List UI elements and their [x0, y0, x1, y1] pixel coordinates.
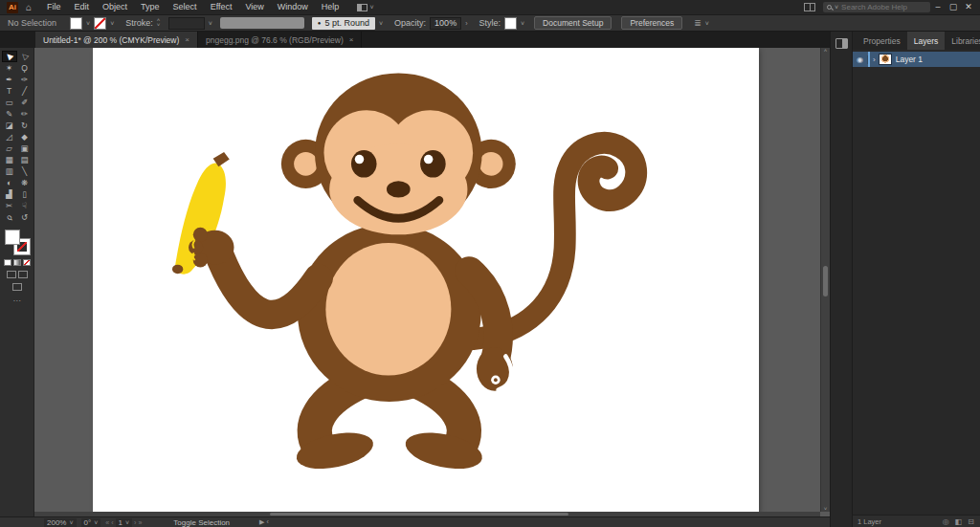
new-sublayer-icon[interactable]: ⊟ [968, 517, 974, 526]
selection-tool[interactable]: ▶ [2, 51, 17, 62]
document-setup-button[interactable]: Document Setup [534, 16, 612, 30]
monkey-artwork[interactable] [153, 62, 648, 489]
stroke-swatch[interactable] [94, 17, 106, 30]
menu-type[interactable]: Type [134, 0, 167, 14]
opacity-label[interactable]: Opacity: [394, 18, 426, 28]
menu-file[interactable]: File [40, 0, 68, 14]
shape-builder-tool[interactable]: ▣ [17, 143, 33, 154]
line-segment-tool[interactable]: ╱ [17, 85, 33, 97]
preferences-button[interactable]: Preferences [621, 16, 682, 30]
menu-object[interactable]: Object [96, 0, 134, 14]
fill-stroke-widget[interactable] [5, 230, 30, 254]
chevron-down-icon[interactable]: ˅ [86, 20, 90, 27]
edit-toolbar-icon[interactable]: ⋯ [13, 296, 21, 305]
menu-effect[interactable]: Effect [204, 0, 239, 14]
chevron-down-icon[interactable]: ˅ [110, 20, 114, 27]
hand-tool[interactable]: ☟ [17, 200, 33, 211]
scroll-down-icon[interactable]: ˅ [824, 506, 828, 512]
menu-help[interactable]: Help [315, 0, 346, 14]
width-tool[interactable]: ◆ [17, 131, 33, 143]
restore-button[interactable]: ▢ [946, 0, 961, 14]
direct-selection-tool[interactable]: ▷ [17, 51, 33, 62]
prev-artboard-icon[interactable]: ‹ [111, 519, 113, 526]
chevron-down-icon[interactable]: ˅ [209, 20, 212, 27]
gradient-mode-icon[interactable] [13, 259, 21, 266]
type-tool[interactable]: T [2, 85, 17, 97]
lasso-tool[interactable]: Ϙ [17, 62, 33, 74]
screen-mode-icon[interactable] [12, 283, 22, 291]
menu-window[interactable]: Window [271, 0, 315, 14]
chevron-down-icon[interactable]: ˅ [379, 20, 383, 27]
artboard-number-dropdown[interactable]: 1 ˅ [116, 518, 133, 527]
rectangle-tool[interactable]: ▭ [2, 97, 17, 108]
vertical-scroll-thumb[interactable] [823, 266, 828, 296]
artboard[interactable] [93, 48, 759, 512]
blend-tool[interactable]: ◐ [2, 177, 17, 188]
scroll-up-icon[interactable]: ˄ [824, 48, 828, 54]
style-swatch[interactable] [504, 17, 517, 30]
opacity-field[interactable]: 100% [430, 17, 461, 30]
first-artboard-icon[interactable]: « [105, 519, 109, 526]
symbol-sprayer-tool[interactable]: ❋ [17, 177, 33, 188]
paintbrush-tool[interactable]: ✐ [17, 97, 33, 108]
style-label[interactable]: Style: [479, 18, 501, 28]
shaper-tool[interactable]: ✏ [17, 108, 33, 120]
tab-libraries[interactable]: Libraries [945, 32, 980, 50]
eraser-tool[interactable]: ◪ [2, 120, 17, 131]
free-transform-tool[interactable]: ▱ [2, 143, 17, 154]
layer-name[interactable]: Layer 1 [892, 55, 980, 64]
workspace-switcher[interactable]: ˅ [357, 4, 373, 11]
minimize-button[interactable]: – [930, 0, 946, 14]
slice-tool[interactable]: ✂ [2, 200, 17, 211]
status-side-icons[interactable]: ▶ ‹ [259, 518, 269, 526]
eyedropper-tool[interactable]: ╲ [17, 165, 33, 177]
pencil-tool[interactable]: ✎ [2, 108, 17, 120]
none-mode-icon[interactable] [23, 259, 31, 266]
stroke-label[interactable]: Stroke: [125, 18, 153, 28]
visibility-eye-icon[interactable]: ◉ [853, 55, 868, 64]
brush-dropdown[interactable]: ● 5 pt. Round [312, 17, 375, 30]
menu-edit[interactable]: Edit [68, 0, 97, 14]
menu-view[interactable]: View [238, 0, 270, 14]
home-icon[interactable]: ⌂ [26, 2, 32, 12]
chevron-down-icon[interactable]: ˅ [521, 20, 524, 27]
draw-behind-icon[interactable] [18, 271, 28, 278]
expand-panels-icon[interactable] [835, 38, 848, 49]
scale-tool[interactable]: ◿ [2, 131, 17, 143]
search-input[interactable] [841, 3, 926, 11]
last-artboard-icon[interactable]: » [138, 519, 142, 526]
canvas-area[interactable]: ˄ ˅ [34, 48, 830, 516]
draw-normal-icon[interactable] [7, 271, 16, 278]
mesh-tool[interactable]: ▤ [17, 154, 33, 165]
next-artboard-icon[interactable]: › [134, 519, 136, 526]
magic-wand-tool[interactable]: ✶ [2, 62, 17, 74]
perspective-grid-tool[interactable]: ▦ [2, 154, 17, 165]
column-graph-tool[interactable]: ▟ [2, 188, 17, 200]
expand-layer-icon[interactable]: › [870, 55, 879, 64]
pen-tool[interactable]: ✒ [2, 74, 17, 85]
color-mode-icon[interactable] [4, 259, 11, 266]
locate-object-icon[interactable]: ◎ [943, 517, 949, 526]
control-panel-options-icon[interactable]: ≣ [694, 18, 702, 28]
tab-properties[interactable]: Properties [857, 32, 907, 50]
rotate-tool[interactable]: ↻ [17, 120, 33, 131]
width-profile-dropdown[interactable] [220, 17, 304, 29]
zoom-level-dropdown[interactable]: 200% ˅ [44, 518, 77, 527]
close-button[interactable]: ✕ [961, 0, 976, 14]
layer-row[interactable]: ◉ › Layer 1 ○ [853, 52, 980, 67]
tab-untitled-1[interactable]: Untitled-1* @ 200 % (CMYK/Preview) × [35, 32, 198, 48]
horizontal-scroll-thumb[interactable] [270, 513, 568, 516]
help-search[interactable]: ˅ [823, 2, 930, 12]
close-tab-icon[interactable]: × [185, 35, 189, 44]
zoom-tool[interactable]: ϙ [2, 211, 17, 223]
tab-layers[interactable]: Layers [907, 32, 946, 50]
make-mask-icon[interactable]: ◧ [955, 517, 963, 526]
rotation-dropdown[interactable]: 0° ˅ [81, 518, 101, 527]
vertical-scrollbar[interactable]: ˄ ˅ [820, 48, 830, 512]
fill-swatch[interactable] [70, 17, 82, 30]
layer-thumbnail[interactable] [879, 54, 892, 65]
close-tab-icon[interactable]: × [349, 35, 354, 44]
gradient-tool[interactable]: ▥ [2, 165, 17, 177]
chevron-down-icon[interactable]: ˅ [705, 20, 709, 27]
tab-pngegg[interactable]: pngegg.png @ 76.6 % (RGB/Preview) × [198, 32, 362, 48]
